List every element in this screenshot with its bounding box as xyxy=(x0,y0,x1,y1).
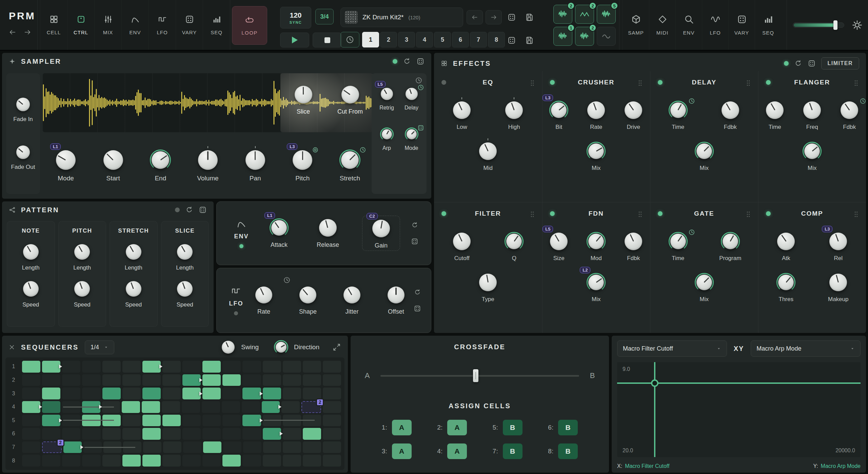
engine-nav-vary[interactable]: VARY xyxy=(728,0,755,50)
step-cell[interactable] xyxy=(143,441,161,453)
assign-cell-8-button[interactable]: B xyxy=(558,443,578,459)
step-cell[interactable] xyxy=(42,428,60,440)
cell-button-7[interactable]: 7 xyxy=(470,32,487,47)
knob-drive[interactable]: Drive xyxy=(617,100,650,131)
step-cell[interactable] xyxy=(42,455,60,467)
step-cell[interactable] xyxy=(142,374,161,386)
step-cell[interactable] xyxy=(323,441,341,453)
knob-mix[interactable]: Mix xyxy=(796,141,828,172)
pattern-enable-led[interactable] xyxy=(175,208,180,212)
step-cell[interactable] xyxy=(283,441,301,453)
step-cell[interactable] xyxy=(183,441,201,453)
preset-selector[interactable]: ZK Drum Kit2* (120) xyxy=(340,7,463,27)
sample-slot-6[interactable] xyxy=(597,27,616,46)
assign-cell-5-button[interactable]: B xyxy=(503,420,522,435)
volume-handle[interactable] xyxy=(833,20,837,30)
time-signature-badge[interactable]: 3/4 xyxy=(315,9,334,24)
step-cell[interactable] xyxy=(242,415,261,427)
knob-rate[interactable]: Rate xyxy=(580,100,612,131)
step-cell[interactable] xyxy=(182,415,201,427)
knob-fdbk[interactable]: Fdbk xyxy=(714,100,747,131)
knob-speed[interactable]: Speed xyxy=(68,280,96,308)
step-cell[interactable] xyxy=(122,401,140,413)
cell-button-2[interactable]: 2 xyxy=(380,32,397,47)
knob-end[interactable]: End xyxy=(145,149,176,182)
knob-length[interactable]: Length xyxy=(171,243,198,271)
step-cell[interactable] xyxy=(182,361,201,373)
knob-slice[interactable]: Slice xyxy=(289,85,318,115)
step-cell[interactable] xyxy=(323,401,341,413)
step-cell[interactable] xyxy=(142,361,161,373)
knob-thres[interactable]: Thres xyxy=(770,273,802,303)
env-randomize-icon[interactable] xyxy=(411,238,418,245)
env-enable-led[interactable] xyxy=(239,244,243,248)
knob-release[interactable]: Release xyxy=(313,218,342,249)
history-back-icon[interactable] xyxy=(9,28,16,36)
step-cell[interactable] xyxy=(222,374,241,386)
step-cell[interactable] xyxy=(242,374,261,386)
step-cell[interactable] xyxy=(162,388,181,399)
fx-enable-led[interactable] xyxy=(441,211,446,216)
step-cell[interactable] xyxy=(142,455,161,467)
step-cell[interactable] xyxy=(281,401,300,413)
assign-cell-6-button[interactable]: B xyxy=(558,420,578,435)
step-cell[interactable] xyxy=(102,455,121,467)
step-cell[interactable] xyxy=(283,388,301,399)
nav-seq[interactable]: SEQ xyxy=(203,0,230,50)
effects-randomize-icon[interactable] xyxy=(808,59,816,67)
cell-button-6[interactable]: 6 xyxy=(452,32,469,47)
step-cell[interactable] xyxy=(182,374,201,386)
step-cell[interactable] xyxy=(42,415,60,427)
step-cell[interactable] xyxy=(102,374,121,386)
knob-time[interactable]: Time xyxy=(758,100,791,131)
fx-enable-led[interactable] xyxy=(766,211,771,216)
bpm-display[interactable]: 120 SYNC xyxy=(280,7,311,28)
step-cell[interactable] xyxy=(142,401,160,413)
step-cell[interactable] xyxy=(303,441,321,453)
env-reset-icon[interactable] xyxy=(411,221,418,229)
engine-nav-samp[interactable]: SAMP xyxy=(623,0,649,50)
knob-time[interactable]: Time xyxy=(662,100,694,131)
step-cell[interactable] xyxy=(162,455,181,467)
knob-stretch[interactable]: Stretch xyxy=(334,149,366,182)
step-cell[interactable] xyxy=(122,428,141,440)
step-cell[interactable] xyxy=(163,441,181,453)
step-cell[interactable] xyxy=(243,441,261,453)
swing-control[interactable]: Swing xyxy=(221,340,259,355)
play-button[interactable] xyxy=(280,33,309,47)
knob-bit[interactable]: L3Bit xyxy=(542,100,575,131)
knob-pitch[interactable]: L3Pitch xyxy=(287,149,318,182)
engine-nav-midi[interactable]: MIDI xyxy=(649,0,675,50)
knob-mix[interactable]: Mix xyxy=(688,141,721,172)
step-cell[interactable] xyxy=(22,415,40,427)
loop-button[interactable]: LOOP xyxy=(232,6,267,45)
cell-button-5[interactable]: 5 xyxy=(434,32,451,47)
step-cell[interactable] xyxy=(142,428,161,440)
knob-delay[interactable]: Delay xyxy=(400,87,423,111)
sampler-reset-icon[interactable] xyxy=(403,57,411,65)
knob-size[interactable]: L5Size xyxy=(542,232,575,262)
step-cell[interactable] xyxy=(62,374,80,386)
step-cell[interactable] xyxy=(202,428,221,440)
assign-cell-4-button[interactable]: A xyxy=(447,443,467,459)
knob-start[interactable]: Start xyxy=(98,149,129,182)
step-cell[interactable] xyxy=(122,374,141,386)
knob-length[interactable]: Length xyxy=(68,243,96,271)
crossfade-slider[interactable] xyxy=(380,375,579,377)
step-cell[interactable] xyxy=(102,428,121,440)
knob-speed[interactable]: Speed xyxy=(17,280,44,308)
step-cell[interactable] xyxy=(242,388,261,399)
step-cell[interactable] xyxy=(102,388,121,399)
knob-mix[interactable]: Mix xyxy=(580,141,612,172)
step-cell[interactable] xyxy=(323,415,341,427)
step-cell[interactable] xyxy=(82,361,100,373)
nav-vary[interactable]: VARY xyxy=(176,0,203,50)
knob-gain[interactable]: C2Gain xyxy=(367,219,396,249)
step-cell[interactable] xyxy=(182,388,201,399)
preset-prev-button[interactable] xyxy=(467,10,483,24)
knob-speed[interactable]: Speed xyxy=(120,280,147,308)
step-cell[interactable] xyxy=(162,401,180,413)
step-cell[interactable]: 2 xyxy=(42,441,62,453)
history-forward-icon[interactable] xyxy=(24,28,31,36)
x-macro-dropdown[interactable]: Macro Filter Cutoff xyxy=(617,340,727,357)
